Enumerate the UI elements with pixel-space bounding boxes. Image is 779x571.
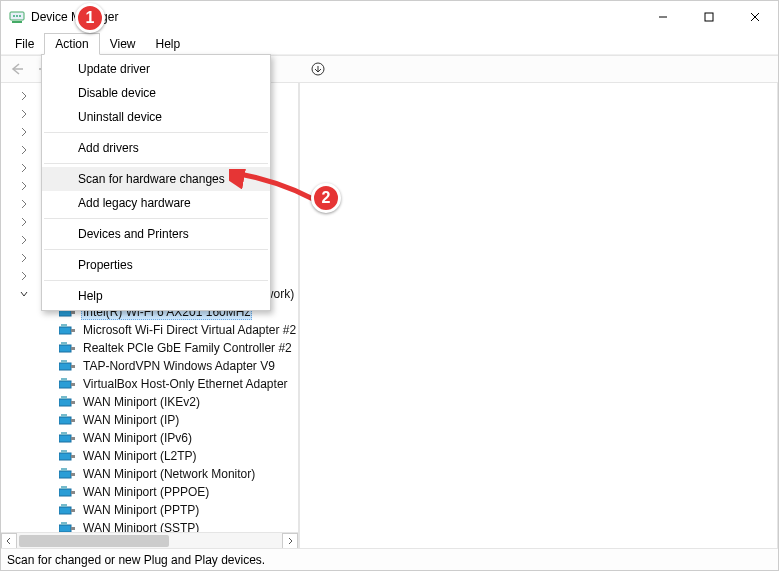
svg-rect-43 <box>71 491 75 494</box>
svg-rect-17 <box>61 324 67 327</box>
tree-item-label: WAN Miniport (SSTP) <box>81 521 201 532</box>
svg-rect-15 <box>59 327 71 334</box>
svg-rect-21 <box>59 363 71 370</box>
network-adapter-icon <box>59 486 75 498</box>
svg-rect-13 <box>71 311 75 314</box>
menu-bar: File Action View Help <box>1 33 778 55</box>
tree-item-adapter[interactable]: WAN Miniport (IP) <box>5 411 298 429</box>
title-bar: Device Manager <box>1 1 778 33</box>
menu-separator <box>44 280 268 281</box>
annotation-arrow-icon <box>229 169 319 209</box>
menu-item-properties[interactable]: Properties <box>42 253 270 277</box>
menu-item-uninstall-device[interactable]: Uninstall device <box>42 105 270 129</box>
menu-item-update-driver[interactable]: Update driver <box>42 57 270 81</box>
tree-item-label: WAN Miniport (IKEv2) <box>81 395 202 409</box>
svg-rect-45 <box>59 507 71 514</box>
tree-item-label: WAN Miniport (PPTP) <box>81 503 201 517</box>
minimize-button[interactable] <box>640 1 686 33</box>
scroll-right-button[interactable] <box>282 533 298 549</box>
tree-item-adapter[interactable]: WAN Miniport (PPTP) <box>5 501 298 519</box>
back-button[interactable] <box>5 58 29 80</box>
maximize-button[interactable] <box>686 1 732 33</box>
status-text: Scan for changed or new Plug and Play de… <box>7 553 265 567</box>
tree-item-adapter[interactable]: Microsoft Wi-Fi Direct Virtual Adapter #… <box>5 321 298 339</box>
svg-rect-30 <box>59 417 71 424</box>
network-adapter-icon <box>59 522 75 532</box>
tree-item-adapter[interactable]: VirtualBox Host-Only Ethernet Adapter <box>5 375 298 393</box>
tree-item-adapter[interactable]: WAN Miniport (Network Monitor) <box>5 465 298 483</box>
menu-item-disable-device[interactable]: Disable device <box>42 81 270 105</box>
svg-rect-16 <box>71 329 75 332</box>
network-adapter-icon <box>59 432 75 444</box>
network-adapter-icon <box>59 324 75 336</box>
svg-rect-36 <box>59 453 71 460</box>
svg-rect-32 <box>61 414 67 417</box>
svg-rect-27 <box>59 399 71 406</box>
menu-separator <box>44 249 268 250</box>
scroll-track[interactable] <box>17 533 282 549</box>
tree-item-adapter[interactable]: TAP-NordVPN Windows Adapter V9 <box>5 357 298 375</box>
tree-item-label: VirtualBox Host-Only Ethernet Adapter <box>81 377 290 391</box>
svg-rect-38 <box>61 450 67 453</box>
tree-item-label: WAN Miniport (IP) <box>81 413 181 427</box>
right-pane <box>299 83 778 548</box>
menu-item-devices-printers[interactable]: Devices and Printers <box>42 222 270 246</box>
tree-item-adapter[interactable]: WAN Miniport (PPPOE) <box>5 483 298 501</box>
svg-rect-31 <box>71 419 75 422</box>
tree-item-label: WAN Miniport (Network Monitor) <box>81 467 257 481</box>
svg-rect-48 <box>59 525 71 532</box>
network-adapter-icon <box>59 414 75 426</box>
svg-point-4 <box>19 15 21 17</box>
network-adapter-icon <box>59 378 75 390</box>
svg-point-3 <box>16 15 18 17</box>
svg-rect-47 <box>61 504 67 507</box>
tree-item-label: WAN Miniport (IPv6) <box>81 431 194 445</box>
svg-rect-28 <box>71 401 75 404</box>
menu-file[interactable]: File <box>5 33 44 54</box>
tree-item-adapter[interactable]: WAN Miniport (IKEv2) <box>5 393 298 411</box>
svg-rect-49 <box>71 527 75 530</box>
svg-rect-24 <box>59 381 71 388</box>
tree-item-label: WAN Miniport (L2TP) <box>81 449 199 463</box>
svg-rect-19 <box>71 347 75 350</box>
svg-rect-20 <box>61 342 67 345</box>
svg-rect-39 <box>59 471 71 478</box>
menu-item-add-drivers[interactable]: Add drivers <box>42 136 270 160</box>
scroll-thumb[interactable] <box>19 535 169 547</box>
tree-item-adapter[interactable]: Realtek PCIe GbE Family Controller #2 <box>5 339 298 357</box>
tree-item-adapter[interactable]: WAN Miniport (SSTP) <box>5 519 298 532</box>
status-bar: Scan for changed or new Plug and Play de… <box>1 548 778 570</box>
svg-rect-6 <box>705 13 713 21</box>
app-icon <box>9 9 25 25</box>
horizontal-scrollbar[interactable] <box>1 532 298 548</box>
menu-separator <box>44 132 268 133</box>
tree-item-adapter[interactable]: WAN Miniport (IPv6) <box>5 429 298 447</box>
network-adapter-icon <box>59 396 75 408</box>
svg-rect-50 <box>61 522 67 525</box>
menu-help[interactable]: Help <box>146 33 191 54</box>
close-button[interactable] <box>732 1 778 33</box>
menu-item-help[interactable]: Help <box>42 284 270 308</box>
menu-action[interactable]: Action <box>44 33 99 55</box>
svg-rect-40 <box>71 473 75 476</box>
svg-rect-22 <box>71 365 75 368</box>
svg-rect-18 <box>59 345 71 352</box>
network-adapter-icon <box>59 468 75 480</box>
svg-rect-1 <box>12 21 22 23</box>
network-adapter-icon <box>59 504 75 516</box>
svg-rect-29 <box>61 396 67 399</box>
svg-rect-34 <box>71 437 75 440</box>
svg-rect-41 <box>61 468 67 471</box>
scroll-left-button[interactable] <box>1 533 17 549</box>
svg-point-2 <box>13 15 15 17</box>
svg-rect-26 <box>61 378 67 381</box>
menu-view[interactable]: View <box>100 33 146 54</box>
annotation-callout-1: 1 <box>75 3 105 33</box>
toolbar-extra-button[interactable] <box>306 58 330 80</box>
svg-rect-42 <box>59 489 71 496</box>
tree-item-adapter[interactable]: WAN Miniport (L2TP) <box>5 447 298 465</box>
tree-item-label: TAP-NordVPN Windows Adapter V9 <box>81 359 277 373</box>
svg-rect-44 <box>61 486 67 489</box>
svg-rect-37 <box>71 455 75 458</box>
tree-item-label: WAN Miniport (PPPOE) <box>81 485 211 499</box>
